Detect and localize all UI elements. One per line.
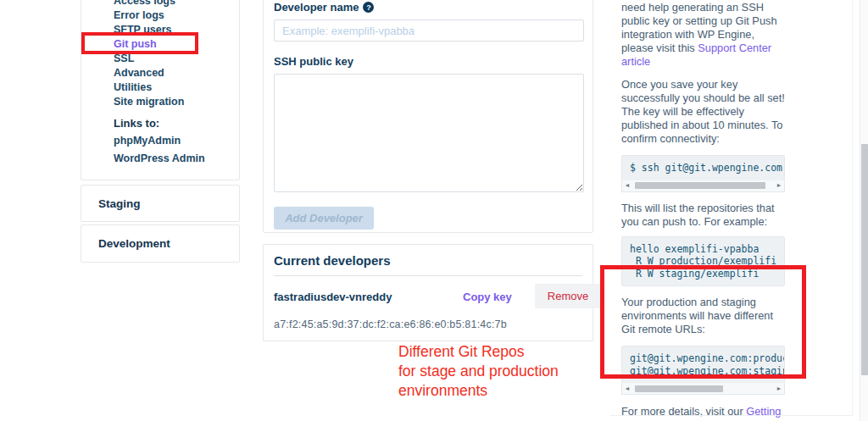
code-block-repo-list[interactable]: hello exemplifi-vpabba R W production/ex… [621,236,785,287]
developer-row: fastradiusdev-vnreddy Copy key Remove [274,285,582,311]
sidebar-item-error-logs[interactable]: Error logs [114,8,239,23]
code-block-ssh-info[interactable]: $ ssh git@git.wpengine.com info [621,155,785,180]
sidebar-item-sftp-users[interactable]: SFTP users [114,23,239,37]
sidebar-section-development[interactable]: Development [81,224,240,263]
help-panel-right-edge [852,0,853,415]
sidebar-menu: Access logs Error logs SFTP users Git pu… [81,0,240,180]
current-developers-card: Current developers fastradiusdev-vnreddy… [263,244,593,341]
divider [274,275,582,276]
help-paragraph-save-key: Once you save your key successfully you … [621,78,785,146]
sidebar-section-staging[interactable]: Staging [81,185,240,222]
sidebar-item-access-logs[interactable]: Access logs [114,0,239,8]
developer-name-label-row: Developer name ? [274,1,582,14]
help-paragraph-repos: This will list the repositories that you… [621,202,785,229]
remove-developer-button[interactable]: Remove [535,284,601,308]
code-block-remote-urls[interactable]: git@git.wpengine.com:production/exemplif… [621,346,785,383]
sidebar-item-utilities[interactable]: Utilities [114,80,239,95]
hscroll-track [632,385,774,393]
hscroll-thumb[interactable] [635,182,765,189]
red-annotation-text: Different Git Repos for stage and produc… [398,342,559,401]
help-panel-bottom-edge [610,415,853,416]
hscroll-track [632,181,774,190]
current-developers-title: Current developers [274,253,582,268]
sidebar-link-wordpress-admin[interactable]: WordPress Admin [114,152,239,166]
staging-label: Staging [98,197,141,210]
git-push-settings-page: Access logs Error logs SFTP users Git pu… [0,0,868,421]
copy-key-link[interactable]: Copy key [463,291,512,303]
sidebar-item-advanced[interactable]: Advanced [114,66,239,80]
hscroll-thumb[interactable] [635,385,723,392]
scroll-left-arrow-icon[interactable]: ◄ [622,383,632,395]
sidebar-item-site-migration[interactable]: Site migration [114,95,239,109]
developer-name: fastradiusdev-vnreddy [274,291,392,303]
help-paragraph-remote-urls: Your production and staging environments… [621,296,785,336]
developer-name-label: Developer name [274,1,359,14]
ssh-public-key-textarea[interactable] [274,74,584,192]
sidebar-links-heading: Links to: [114,116,239,130]
sidebar-link-phpmyadmin[interactable]: phpMyAdmin [114,134,239,148]
help-panel: need help generating an SSH public key o… [621,1,785,421]
help-paragraph-more-details: For more details, visit our Getting Star… [621,405,785,421]
code-block-1-hscrollbar[interactable]: ◄ ► [621,180,785,192]
code-block-3-hscrollbar[interactable]: ◄ ► [621,383,785,395]
vertical-scrollbar-thumb[interactable] [861,144,868,375]
sidebar-item-git-push[interactable]: Git push [114,37,239,52]
help-icon[interactable]: ? [363,2,374,13]
page-vertical-scrollbar[interactable] [860,0,868,421]
add-developer-button[interactable]: Add Developer [274,207,374,230]
ssh-public-key-label: SSH public key [274,55,582,68]
developer-name-input[interactable] [274,19,584,42]
scroll-right-arrow-icon[interactable]: ► [774,180,784,191]
scroll-left-arrow-icon[interactable]: ◄ [622,180,632,191]
sidebar-item-ssl[interactable]: SSL [114,52,239,66]
scroll-right-arrow-icon[interactable]: ► [774,383,784,395]
help-paragraph-ssh: need help generating an SSH public key o… [621,1,785,69]
development-label: Development [98,237,170,250]
add-developer-form-card: Developer name ? SSH public key Add Deve… [263,0,593,233]
ssh-key-fingerprint: a7:f2:45:a5:9d:37:dc:f2:ca:e6:86:e0:b5:8… [274,319,582,330]
